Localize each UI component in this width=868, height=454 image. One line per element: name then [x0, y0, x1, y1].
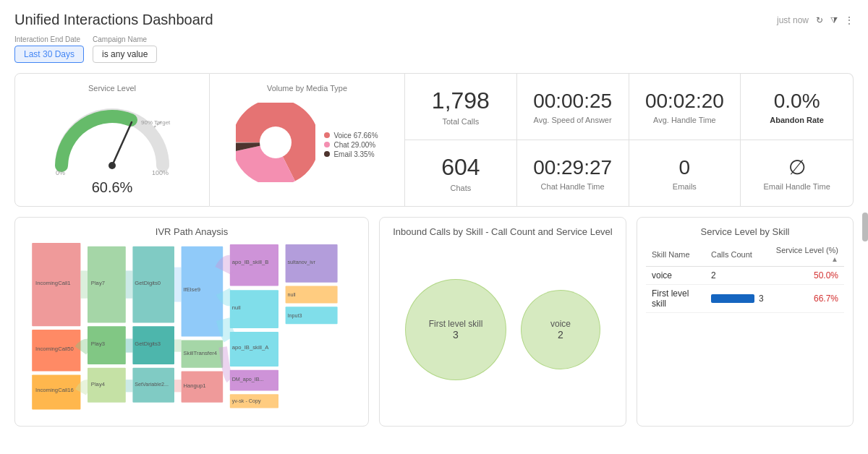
col-skill-name[interactable]: Skill Name	[646, 243, 705, 267]
pie-chart	[236, 103, 315, 182]
header-actions: just now ↻ ⧩ ⋮	[777, 15, 854, 25]
page-title: Unified Interactions Dashboard	[14, 12, 213, 28]
svg-text:GetDigits0: GetDigits0	[135, 280, 161, 286]
svg-text:Play3: Play3	[91, 340, 105, 347]
skill-name-voice: voice	[646, 267, 705, 285]
total-calls-label: Total Calls	[443, 117, 480, 126]
chat-handle-value: 00:29:27	[533, 156, 612, 179]
svg-text:DM_apo_IB...: DM_apo_IB...	[232, 376, 264, 382]
pie-panel: Volume by Media Type	[210, 73, 405, 207]
inbound-panel: Inbound Calls by Skill - Call Count and …	[379, 217, 626, 427]
avg-handle-label: Avg. Handle Time	[653, 116, 716, 124]
gauge-panel: Service Level 0% 100% 90% Target	[14, 73, 210, 207]
svg-text:GetDigits3: GetDigits3	[135, 340, 161, 347]
legend-chat-label: Chat 29.00%	[333, 141, 375, 149]
calls-count-voice: 2	[705, 267, 770, 285]
total-calls-value: 1,798	[432, 87, 490, 114]
calls-count-value: 3	[759, 294, 764, 304]
top-row: Service Level 0% 100% 90% Target	[14, 73, 854, 207]
bubble-voice-label: voice	[550, 319, 571, 329]
col-calls-count[interactable]: Calls Count	[705, 243, 770, 267]
dashboard: Unified Interactions Dashboard just now …	[0, 0, 868, 454]
table-row: voice 2 50.0%	[646, 267, 844, 285]
bubble-first-level: First level skill 3	[405, 279, 506, 380]
skill-name-first-level: First level skill	[646, 285, 705, 313]
bubble-first-level-count: 3	[453, 329, 459, 340]
legend-voice-label: Voice 67.66%	[333, 132, 378, 140]
svg-point-2	[109, 162, 116, 169]
svg-text:sultanov_ivr: sultanov_ivr	[287, 259, 315, 265]
date-filter-button[interactable]: Last 30 Days	[14, 46, 84, 63]
pie-title: Volume by Media Type	[267, 84, 347, 93]
kpi-chats: 604 Chats	[405, 140, 517, 206]
interaction-end-date-label: Interaction End Date	[14, 35, 84, 43]
skill-panel: Service Level by Skill Skill Name Calls …	[637, 217, 854, 427]
inbound-title: Inbound Calls by Skill - Call Count and …	[388, 226, 617, 237]
avg-speed-label: Avg. Speed of Answer	[534, 116, 612, 124]
legend-email-label: Email 3.35%	[333, 150, 374, 158]
service-level-voice: 50.0%	[770, 267, 844, 285]
header: Unified Interactions Dashboard just now …	[14, 12, 854, 28]
refresh-icon[interactable]: ↻	[816, 15, 823, 25]
svg-text:Input3: Input3	[287, 312, 302, 319]
gauge-chart: 0% 100% 90% Target	[47, 97, 177, 176]
abandon-rate-label: Abandon Rate	[770, 116, 824, 124]
legend-chat: Chat 29.00%	[324, 141, 378, 149]
bubble-chart: First level skill 3 voice 2	[388, 243, 617, 416]
filter-icon[interactable]: ⧩	[830, 15, 838, 25]
bubble-voice: voice 2	[521, 290, 600, 369]
kpi-emails: 0 Emails	[629, 140, 741, 206]
svg-text:apo_IB_skill_A: apo_IB_skill_A	[232, 344, 270, 351]
svg-text:SetVariable2...: SetVariable2...	[135, 381, 169, 387]
skill-title: Service Level by Skill	[646, 226, 844, 237]
svg-text:SkillTransfer4: SkillTransfer4	[183, 350, 217, 356]
svg-text:yv-sk - Copy: yv-sk - Copy	[232, 398, 261, 404]
ivr-title: IVR Path Anaysis	[24, 226, 359, 237]
sort-icon: ▲	[831, 255, 838, 263]
svg-text:Play4: Play4	[91, 381, 106, 387]
svg-line-1	[112, 122, 132, 166]
legend-email: Email 3.35%	[324, 150, 378, 158]
gauge-value: 60.6%	[92, 179, 133, 196]
avg-handle-value: 00:02:20	[645, 90, 724, 113]
avg-speed-value: 00:00:25	[533, 90, 612, 113]
abandon-rate-value: 0.0%	[774, 90, 820, 113]
svg-text:0%: 0%	[56, 169, 65, 176]
campaign-filter-button[interactable]: is any value	[93, 46, 157, 63]
service-level-first: 66.7%	[770, 285, 844, 313]
kpi-email-handle: ∅ Email Handle Time	[741, 140, 853, 206]
emails-value: 0	[679, 156, 691, 179]
bubble-first-level-label: First level skill	[429, 319, 483, 329]
email-handle-label: Email Handle Time	[763, 182, 830, 191]
svg-text:null: null	[232, 304, 241, 311]
email-handle-value: ∅	[788, 155, 806, 179]
legend-voice: Voice 67.66%	[324, 132, 378, 140]
campaign-name-label: Campaign Name	[93, 35, 157, 43]
svg-text:IncomingCall16: IncomingCall16	[35, 387, 74, 393]
more-icon[interactable]: ⋮	[845, 15, 854, 25]
svg-point-9	[260, 127, 292, 158]
kpi-avg-speed: 00:00:25 Avg. Speed of Answer	[517, 74, 629, 140]
filter-group-campaign: Campaign Name is any value	[93, 35, 157, 63]
chats-label: Chats	[451, 184, 472, 192]
svg-text:Hangup1: Hangup1	[183, 382, 205, 389]
bubble-voice-count: 2	[558, 329, 563, 340]
kpi-avg-handle: 00:02:20 Avg. Handle Time	[629, 74, 741, 140]
pie-legend: Voice 67.66% Chat 29.00% Email 3.35%	[324, 132, 378, 160]
chats-value: 604	[441, 154, 480, 181]
svg-text:apo_IB_skill_B: apo_IB_skill_B	[232, 259, 269, 265]
kpi-abandon-rate: 0.0% Abandon Rate	[741, 74, 853, 140]
scrollbar[interactable]	[862, 213, 868, 241]
svg-text:null: null	[287, 291, 296, 298]
kpi-grid: 1,798 Total Calls 00:00:25 Avg. Speed of…	[405, 73, 854, 207]
svg-text:100%: 100%	[152, 169, 169, 176]
filters-bar: Interaction End Date Last 30 Days Campai…	[14, 35, 854, 63]
svg-text:IfElse9: IfElse9	[183, 286, 200, 293]
col-service-level[interactable]: Service Level (%) ▲	[770, 243, 844, 267]
filter-group-date: Interaction End Date Last 30 Days	[14, 35, 84, 63]
skill-table: Skill Name Calls Count Service Level (%)…	[646, 243, 844, 313]
timestamp: just now	[777, 15, 809, 25]
svg-text:IncomingCall1: IncomingCall1	[35, 280, 71, 286]
skill-bar-wrap: 3	[711, 294, 764, 304]
kpi-total-calls: 1,798 Total Calls	[405, 74, 517, 140]
